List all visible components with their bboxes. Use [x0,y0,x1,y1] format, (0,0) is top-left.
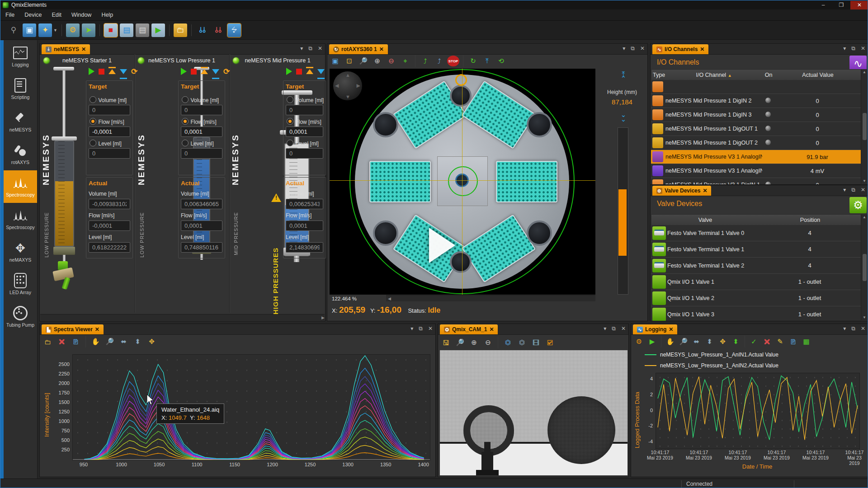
close-icon[interactable]: ✕ [379,46,384,52]
fit-height-icon[interactable]: ⬍ [132,336,144,347]
add-path-blue-icon[interactable]: ⤴ [433,56,445,66]
pan-hand-icon[interactable]: ✋ [90,336,102,347]
sidebar-item-spectroscopy-2[interactable]: Spectroscopy [4,203,37,235]
target-level-input[interactable] [181,148,222,159]
log-start-icon[interactable]: ▶ [646,336,658,347]
new-window-icon[interactable]: ▣ [23,23,36,37]
menu-device[interactable]: Device [19,10,47,19]
col-actual-value[interactable]: Actual Value [774,72,861,78]
col-valve[interactable]: Valve [651,217,759,223]
tab-qmix-cam[interactable]: ⏣ Qmix_CAM_1✕ [440,324,498,334]
col-position[interactable]: Position [759,217,861,223]
target-flow-radio[interactable]: Flow [ml/s] [182,117,217,126]
select-positions-icon[interactable]: ⊡ [343,56,355,66]
vial-well[interactable] [527,112,552,137]
table-row[interactable]: Qmix I/O 1 Valve 1 1 - outlet [651,274,861,290]
open-folder-icon[interactable]: 🗀 [42,336,54,347]
table-row[interactable]: Qmix I/O 1 Valve 3 1 - outlet [651,306,861,321]
media-folder-icon[interactable]: 🗀 [174,23,187,37]
target-level-radio[interactable]: Level [ml] [287,139,319,147]
apply-check-icon[interactable]: ✓ [748,336,760,347]
move-to-position-icon[interactable]: ⌖ [399,56,411,66]
window-buttons[interactable]: ▾⧉✕ [410,325,433,332]
window-buttons[interactable]: ▾⧉✕ [843,45,865,52]
table-row[interactable]: neMESYS Mid Pressure 1 DigOUT 1 0 [651,122,861,136]
empty-icon[interactable] [212,69,219,74]
save-image-icon[interactable]: 🖫 [440,337,452,348]
fit-width-icon[interactable]: ⬌ [118,336,130,347]
zoom-out-icon[interactable]: ⊖ [385,56,397,66]
empty-icon[interactable] [317,69,325,74]
table-row[interactable]: Festo Valve Terminal 1 Valve 1 4 [651,241,861,258]
zoom-in-icon[interactable]: ⊕ [468,337,480,348]
add-path-green-icon[interactable]: ⤴ [419,56,431,66]
tab-spectra-viewer[interactable]: ▙ Spectra Viewer✕ [42,324,104,334]
tab-nemesys[interactable]: ⫰ neMESYS✕ [42,44,90,54]
vial-well[interactable] [450,85,472,107]
pan-hand-icon[interactable]: ✋ [664,336,676,347]
tab-logging[interactable]: ∿ Logging✕ [633,324,677,334]
zoom-in-icon[interactable]: ⊕ [371,56,383,66]
target-volume-radio[interactable]: Volume [ml] [90,96,127,104]
navigation-pad[interactable]: ▲▼ ◀▶ [333,71,362,100]
setup-wizard-icon[interactable]: ⭍ [227,23,241,37]
camera-live-view[interactable] [440,350,627,475]
turn-icon[interactable]: ⟲ [495,56,507,66]
col-channel[interactable]: I/O Channel ▲ [665,72,763,78]
menu-edit[interactable]: Edit [47,10,66,19]
close-icon[interactable]: ✕ [703,188,707,194]
target-flow-input[interactable] [286,127,323,137]
refill-icon[interactable] [306,69,313,74]
table-row[interactable]: neMESYS Mid Pressure V3 1 DigIN 1 0 [651,178,861,184]
sidebar-item-rotaxys[interactable]: rotAXYS [4,138,37,170]
target-volume-radio[interactable]: Volume [ml] [287,96,324,104]
menu-file[interactable]: File [0,10,19,19]
vertical-scrollbar[interactable]: ▲▼ [861,69,868,184]
calibration-checklist-icon[interactable]: 🗹 [544,337,556,348]
syringe-tool-blue-icon[interactable]: ⫰⫰ [196,23,209,37]
script-run-icon[interactable]: ▶ [151,23,165,37]
autoscale-icon[interactable]: ⬍ [730,336,742,347]
target-volume-input[interactable] [286,105,323,115]
fit-width-icon[interactable]: ⬌ [690,336,703,347]
window-buttons[interactable]: ▾⧉✕ [843,325,865,332]
layout-restore-icon[interactable]: ✦ [38,23,52,37]
target-volume-input[interactable] [89,105,130,115]
fit-all-icon[interactable]: ✥ [717,336,729,347]
edit-pencil-icon[interactable]: ✎ [774,336,786,347]
clear-chart-icon[interactable]: 🗙 [761,336,773,347]
window-buttons[interactable]: ▾⧉✕ [843,187,865,193]
logging-plot[interactable] [656,373,860,449]
horizontal-scrollbar[interactable]: ▶ [40,314,325,320]
table-row[interactable] [651,80,861,94]
close-icon[interactable]: ✕ [669,326,673,333]
menu-window[interactable]: Window [66,10,96,19]
table-row[interactable]: Festo Valve Terminal 1 Valve 2 4 [651,258,861,274]
stop-icon[interactable]: STOP [447,56,459,66]
window-buttons[interactable]: ▾⧉✕ [300,45,322,52]
on-led[interactable] [765,140,771,145]
syringe-tool-red-icon[interactable]: ⫰⫰ [212,23,225,37]
tab-rotaxys360[interactable]: ↻ rotAXYS360 1✕ [329,44,388,54]
sidebar-item-spectroscopy-1[interactable]: Spectroscopy [4,170,37,203]
sidebar-item-tubing-pump[interactable]: Tubing Pump [4,300,37,333]
close-icon[interactable]: ✕ [95,326,99,333]
target-flow-radio[interactable]: Flow [ml/s] [287,117,321,126]
table-row[interactable]: Festo Valve Terminal 1 Valve 0 4 [651,225,861,241]
target-volume-radio[interactable]: Volume [ml] [182,96,219,104]
target-flow-input[interactable] [89,127,130,137]
start-dosing-icon[interactable] [286,68,292,75]
camera-settings-icon[interactable]: ⏣ [516,337,528,348]
col-on[interactable]: On [763,72,774,78]
table-row[interactable]: neMESYS Mid Pressure V3 1 AnalogIN 1 91.… [651,150,861,164]
export-file-icon[interactable]: 🖹 [787,336,799,347]
sidebar-item-logging[interactable]: Logging [4,40,37,73]
export-chart-icon[interactable]: 🖹 [70,336,82,347]
connect-device-icon[interactable]: ⚲ [7,23,20,37]
script-edit-icon[interactable]: ▤ [120,23,133,37]
on-led[interactable] [765,126,771,131]
fit-all-icon[interactable]: ✥ [146,336,158,347]
lift-up-icon[interactable]: ⤒ [481,56,493,66]
zoom-original-icon[interactable]: 🔎 [357,56,369,66]
start-dosing-icon[interactable] [181,68,187,75]
